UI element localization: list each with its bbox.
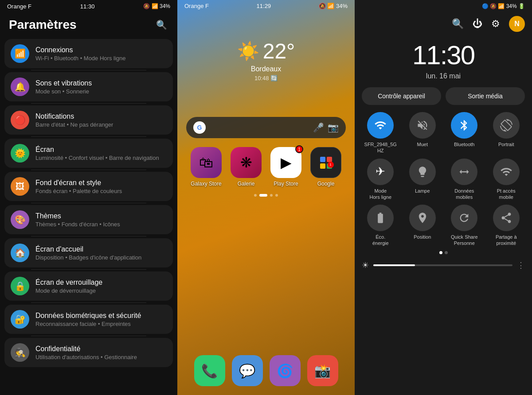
quick-tile-portrait[interactable]: Portrait: [488, 112, 525, 154]
dock-app-phone[interactable]: 📞: [194, 355, 225, 386]
settings-subtitle-connexions: Wi-Fi • Bluetooth • Mode Hors ligne: [35, 55, 125, 62]
app-galaxy-store[interactable]: 🛍Galaxy Store: [191, 147, 222, 187]
quick-tiles-grid: SFR_2948_5GHZ Muet Bluetooth Portrait ✈ …: [355, 112, 532, 247]
quick-tile-icon-eco-energie: [367, 205, 394, 231]
search-icon-quick[interactable]: 🔍: [452, 18, 464, 30]
settings-subtitle-ecran: Luminosité • Confort visuel • Barre de n…: [35, 155, 159, 161]
settings-icon-biometrie: 🔐: [11, 310, 29, 329]
quick-tile-quick-share[interactable]: Quick SharePersonne: [446, 205, 483, 247]
settings-subtitle-sons: Mode son • Sonnerie: [35, 88, 92, 95]
status-bar-quick: 🔵 🔕 📶 34% 🔋: [355, 0, 532, 12]
settings-text-themes: Thèmes Thèmes • Fonds d'écran • Icônes: [35, 212, 120, 228]
settings-item-connexions[interactable]: 📶 Connexions Wi-Fi • Bluetooth • Mode Ho…: [4, 39, 173, 68]
quick-header: 🔍 ⏻ ⚙ N: [355, 12, 532, 35]
page-dots: [177, 194, 355, 197]
quick-tile-eco-energie[interactable]: Éco.énergie: [362, 205, 399, 247]
dock-icon-camera: 📸: [307, 355, 338, 386]
settings-item-verrou[interactable]: 🔒 Écran de verrouillage Mode de déverrou…: [4, 271, 173, 301]
search-button-settings[interactable]: 🔍: [154, 18, 168, 32]
settings-icon-sons: 🔔: [11, 77, 29, 96]
clock-display: 11:30: [355, 40, 532, 70]
app-google[interactable]: 1 Google: [310, 147, 341, 187]
settings-item-sons[interactable]: 🔔 Sons et vibrations Mode son • Sonnerie: [4, 72, 173, 101]
app-label-google: Google: [317, 181, 335, 187]
search-bar-home[interactable]: G 🎤 📷: [186, 117, 346, 138]
brightness-track[interactable]: [373, 264, 512, 266]
quick-tile-label-partage-proximite: Partage àproximité: [496, 234, 517, 247]
settings-text-fond: Fond d'écran et style Fonds écran • Pale…: [35, 179, 122, 194]
settings-item-notifications[interactable]: 🔴 Notifications Barre d'état • Ne pas dé…: [4, 105, 173, 135]
divider-4: [31, 203, 146, 203]
page-dot-1: [254, 194, 257, 197]
settings-item-fond[interactable]: 🖼 Fond d'écran et style Fonds écran • Pa…: [4, 172, 173, 201]
settings-item-themes[interactable]: 🎨 Thèmes Thèmes • Fonds d'écran • Icônes: [4, 205, 173, 234]
qdot-2: [445, 251, 448, 254]
settings-item-ecran[interactable]: 🌞 Écran Luminosité • Confort visuel • Ba…: [4, 139, 173, 168]
quick-tile-icon-partage-proximite: [493, 205, 520, 231]
dock-app-camera[interactable]: 📸: [307, 355, 338, 386]
quick-tile-donnees-mobiles[interactable]: Donnéesmobiles: [446, 159, 483, 201]
brightness-more-icon[interactable]: ⋮: [517, 260, 525, 270]
divider-8: [31, 336, 146, 336]
clock-time: 11:30: [355, 40, 532, 70]
settings-title-accueil: Écran d'accueil: [35, 245, 141, 253]
settings-icon-quick[interactable]: ⚙: [491, 18, 500, 30]
dock-app-messages[interactable]: 💬: [232, 355, 263, 386]
sortie-media-button[interactable]: Sortie média: [446, 87, 525, 105]
quick-tile-icon-muet: [409, 112, 436, 139]
app-icon-galaxy-store: 🛍: [191, 147, 222, 178]
controle-appareil-button[interactable]: Contrôle appareil: [362, 87, 441, 105]
quick-tile-muet[interactable]: Muet: [404, 112, 442, 154]
app-label-galaxy-store: Galaxy Store: [191, 181, 221, 187]
settings-item-confidentialite[interactable]: 🕵 Confidentialité Utilisation d'autorisa…: [4, 338, 173, 367]
settings-text-verrou: Écran de verrouillage Mode de déverrouil…: [35, 279, 102, 294]
quick-tile-icon-lampe: [409, 159, 436, 185]
quick-tile-lampe[interactable]: Lampe: [404, 159, 442, 201]
divider-5: [31, 236, 146, 236]
quick-page-dots: [355, 251, 532, 254]
quick-tile-pt-acces-mobile[interactable]: Pt accèsmobile: [488, 159, 525, 201]
quick-tile-icon-pt-acces-mobile: [493, 159, 520, 185]
quick-tile-icon-wifi: [367, 112, 394, 139]
status-icons-settings: 🔕 📶 34%: [143, 3, 170, 9]
quick-tile-bluetooth[interactable]: Bluetooth: [446, 112, 483, 154]
quick-tile-label-bluetooth: Bluetooth: [454, 141, 474, 147]
settings-header: Paramètres 🔍: [0, 12, 177, 39]
camera-search-icon[interactable]: 📷: [328, 122, 339, 133]
settings-subtitle-confidentialite: Utilisation d'autorisations • Gestionnai…: [35, 354, 137, 360]
settings-item-biometrie[interactable]: 🔐 Données biométriques et sécurité Recon…: [4, 305, 173, 334]
quick-tile-position[interactable]: Position: [404, 205, 442, 247]
home-dock: 📞 💬 🌀 📸: [177, 355, 355, 386]
settings-subtitle-fond: Fonds écran • Palette de couleurs: [35, 188, 122, 194]
quick-tile-icon-mode-hors-ligne: ✈: [367, 159, 394, 185]
status-icons-home: 🔕 📶 34%: [319, 3, 348, 10]
quick-tile-partage-proximite[interactable]: Partage àproximité: [488, 205, 525, 247]
quick-tile-label-wifi: SFR_2948_5GHZ: [364, 141, 397, 154]
settings-item-accueil[interactable]: 🏠 Écran d'accueil Disposition • Badges d…: [4, 238, 173, 267]
dock-app-browser[interactable]: 🌀: [270, 355, 301, 386]
divider-1: [31, 103, 146, 104]
status-bar-settings: Orange F 11:30 🔕 📶 34%: [0, 0, 177, 12]
page-dot-3: [270, 194, 273, 197]
status-bar-home: Orange F 11:29 🔕 📶 34%: [177, 0, 355, 12]
quick-tile-label-lampe: Lampe: [415, 188, 430, 194]
app-galerie[interactable]: ❋Galerie: [231, 147, 262, 187]
quick-tile-mode-hors-ligne[interactable]: ✈ ModeHors ligne: [362, 159, 399, 201]
quick-tile-label-quick-share: Quick SharePersonne: [451, 234, 478, 247]
user-avatar[interactable]: N: [509, 16, 525, 32]
quick-tile-label-eco-energie: Éco.énergie: [372, 234, 389, 247]
settings-title-notifications: Notifications: [35, 112, 113, 120]
settings-text-confidentialite: Confidentialité Utilisation d'autorisati…: [35, 345, 137, 360]
power-icon-quick[interactable]: ⏻: [473, 18, 482, 30]
quick-tile-wifi[interactable]: SFR_2948_5GHZ: [362, 112, 399, 154]
divider-3: [31, 170, 146, 170]
settings-title-connexions: Connexions: [35, 46, 125, 54]
weather-city: Bordeaux: [251, 65, 282, 73]
settings-icon-accueil: 🏠: [11, 244, 29, 262]
settings-title: Paramètres: [9, 18, 77, 32]
settings-text-accueil: Écran d'accueil Disposition • Badges d'i…: [35, 245, 141, 261]
quick-tile-label-muet: Muet: [417, 141, 428, 147]
settings-title-confidentialite: Confidentialité: [35, 345, 137, 353]
mic-icon[interactable]: 🎤: [313, 122, 324, 133]
app-play-store[interactable]: ▶1Play Store: [270, 147, 301, 187]
